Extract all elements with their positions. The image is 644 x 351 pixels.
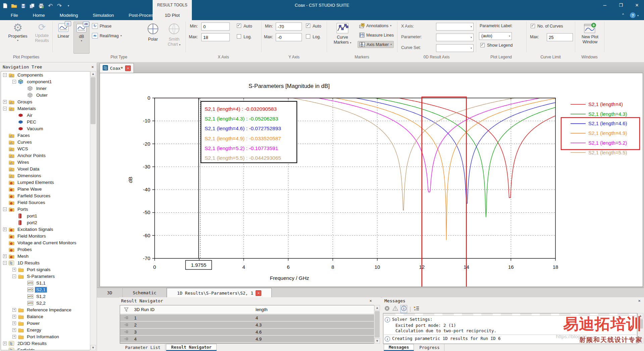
tree-item-s2-2[interactable]: S2,2	[1, 300, 90, 306]
expander-minus-icon[interactable]: −	[3, 73, 7, 77]
properties-button[interactable]: ⚙ Properties ▾	[5, 21, 31, 53]
result-row-5[interactable]: 55.2	[120, 343, 374, 344]
tree-item-component1[interactable]: −component1	[1, 78, 90, 85]
parametric-label-dropdown[interactable]: (auto)▾	[479, 32, 512, 40]
menu-tab-home[interactable]: Home	[25, 10, 52, 20]
tree-item-mesh[interactable]: +Mesh	[1, 253, 90, 259]
tree-item-dimensions[interactable]: Dimensions	[1, 172, 90, 179]
scroll-down-icon[interactable]: ▼	[638, 338, 643, 344]
tree-item-voxel-data[interactable]: Voxel Data	[1, 165, 90, 172]
expander-minus-icon[interactable]: −	[3, 261, 7, 265]
expander-plus-icon[interactable]: +	[12, 321, 16, 325]
expander-minus-icon[interactable]: −	[12, 274, 16, 278]
result-row-3[interactable]: 34.6	[120, 329, 374, 335]
x-min-input[interactable]	[201, 22, 230, 31]
tree-item-port-signals[interactable]: +Port signals	[1, 266, 90, 273]
pin-icon[interactable]	[120, 323, 132, 326]
close-navigation-tree-icon[interactable]: ✕	[90, 64, 95, 69]
result-row-4[interactable]: 44.9	[120, 336, 374, 342]
expander-plus-icon[interactable]: +	[3, 342, 7, 345]
copy-icon[interactable]	[29, 3, 35, 9]
expander-minus-icon[interactable]: −	[3, 207, 7, 211]
new-file-icon[interactable]	[2, 3, 8, 9]
undo-icon[interactable]: ↶	[47, 3, 53, 9]
expander-plus-icon[interactable]: +	[12, 268, 16, 271]
message-options-icon[interactable]	[414, 306, 419, 312]
no-of-curves-checkbox[interactable]	[531, 24, 535, 28]
view-tab-3d[interactable]: 3D	[97, 288, 123, 298]
tree-item-faces[interactable]: Faces	[1, 132, 90, 139]
expander-plus-icon[interactable]: +	[12, 328, 16, 332]
tree-item-farfield-sources[interactable]: Farfield Sources	[1, 192, 90, 199]
legend-item-s2-1-length-5-5[interactable]: S2,1 (length=5.5)	[571, 150, 627, 155]
x-auto-checkbox[interactable]	[237, 23, 241, 28]
tree-item-port-information[interactable]: +Port Information	[1, 333, 90, 340]
expander-plus-icon[interactable]: +	[3, 228, 7, 231]
result-row-2[interactable]: 24.3	[120, 321, 374, 328]
expander-plus-icon[interactable]: +	[12, 335, 16, 339]
tree-item-wcs[interactable]: WCS	[1, 145, 90, 152]
tree-item-air[interactable]: Air	[1, 112, 90, 118]
tree-item-s1-2[interactable]: S1,2	[1, 293, 90, 300]
phase-button[interactable]: ↻ Phase	[90, 22, 113, 30]
close-document-icon[interactable]: ✕	[125, 65, 131, 71]
help-dropdown-icon[interactable]: ▾	[637, 14, 639, 17]
new-plot-window-button[interactable]: New Plot Window	[578, 21, 602, 53]
real-imag-button[interactable]: RI Real/Imag ▾	[90, 32, 123, 39]
collapse-ribbon-icon[interactable]: ^	[622, 13, 624, 17]
legend-item-s2-1-length-4-9[interactable]: S2,1 (length=4.9)	[571, 130, 627, 136]
filter-icon[interactable]	[120, 307, 132, 312]
y-min-input[interactable]	[276, 22, 302, 31]
tree-item-field-sources[interactable]: Field Sources	[1, 199, 90, 206]
view-tab-schematic[interactable]: Schematic	[123, 288, 167, 298]
tree-item-ports[interactable]: −Ports	[1, 206, 90, 212]
open-file-icon[interactable]	[11, 3, 17, 9]
tree-item-excitation-signals[interactable]: +Excitation Signals	[1, 226, 90, 233]
expander-plus-icon[interactable]: +	[3, 100, 7, 104]
info-filter-icon[interactable]	[401, 305, 407, 313]
minimize-button[interactable]: ─	[599, 1, 610, 9]
tree-item-components[interactable]: −Components	[1, 71, 90, 78]
warnings-filter-icon[interactable]	[392, 306, 398, 312]
tree-item-port1[interactable]: port1	[1, 212, 90, 219]
plot-1d-chart[interactable]: S-Parameters [Magnitude in dB]0468101214…	[100, 73, 643, 287]
tree-item-s1-1[interactable]: S1,1	[1, 280, 90, 286]
curve-markers-button[interactable]: Curve Markers ▾	[330, 21, 355, 53]
scroll-down-icon[interactable]: ▼	[374, 338, 380, 344]
tree-item-2d-3d-results[interactable]: +2D/3D Results	[1, 340, 90, 347]
result-x-axis-dropdown[interactable]: ▾	[436, 23, 474, 31]
legend-item-s2-1-length-4[interactable]: S2,1 (length=4)	[571, 101, 623, 107]
y-max-input[interactable]	[276, 33, 302, 41]
document-tab-coax[interactable]: Coax* ✕	[100, 63, 134, 73]
tree-item-s2-1[interactable]: S2,1	[1, 286, 90, 293]
tree-item-energy[interactable]: +Energy	[1, 327, 90, 333]
pin-icon[interactable]	[120, 331, 132, 333]
scroll-up-icon[interactable]: ▲	[638, 313, 643, 318]
scroll-up-icon[interactable]: ▲	[90, 71, 96, 77]
tree-item-power[interactable]: +Power	[1, 320, 90, 327]
x-max-input[interactable]	[201, 33, 230, 41]
tree-item-1d-results[interactable]: −1D Results	[1, 259, 90, 266]
close-messages-icon[interactable]: ✕	[637, 298, 642, 303]
expander-plus-icon[interactable]: +	[3, 254, 7, 258]
scroll-up-icon[interactable]: ▲	[374, 305, 380, 310]
tree-item-reference-impedance[interactable]: +Reference Impedance	[1, 306, 90, 313]
tree-item-farfields[interactable]: Farfields	[1, 347, 90, 350]
view-tab-1d-results-s-parameters-s2-1[interactable]: 1D Results\S-Parameters\S2, 1✕	[167, 288, 272, 298]
annotations-button[interactable]: Annotations ▾	[358, 22, 393, 29]
tree-item-port2[interactable]: port2	[1, 219, 90, 226]
y-auto-checkbox[interactable]	[306, 23, 310, 28]
close-result-navigator-icon[interactable]: ✕	[368, 298, 373, 303]
tab-1d-plot[interactable]: 1D Plot	[153, 10, 192, 20]
legend-item-s2-1-length-4-3[interactable]: S2,1 (length=4.3)	[571, 111, 627, 117]
tree-item-lumped-elements[interactable]: Lumped Elements	[1, 179, 90, 186]
tree-item-plane-wave[interactable]: Plane Wave	[1, 186, 90, 192]
close-view-tab-icon[interactable]: ✕	[256, 290, 261, 296]
tree-item-voltage-and-current-monitors[interactable]: Voltage and Current Monitors	[1, 239, 90, 246]
pin-icon[interactable]	[120, 316, 132, 319]
errors-filter-icon[interactable]	[384, 306, 390, 312]
menu-tab-simulation[interactable]: Simulation	[86, 10, 121, 20]
expander-minus-icon[interactable]: −	[12, 80, 16, 84]
expander-minus-icon[interactable]: −	[3, 107, 7, 110]
rnav-tab-parameter-list[interactable]: Parameter List	[120, 344, 165, 351]
